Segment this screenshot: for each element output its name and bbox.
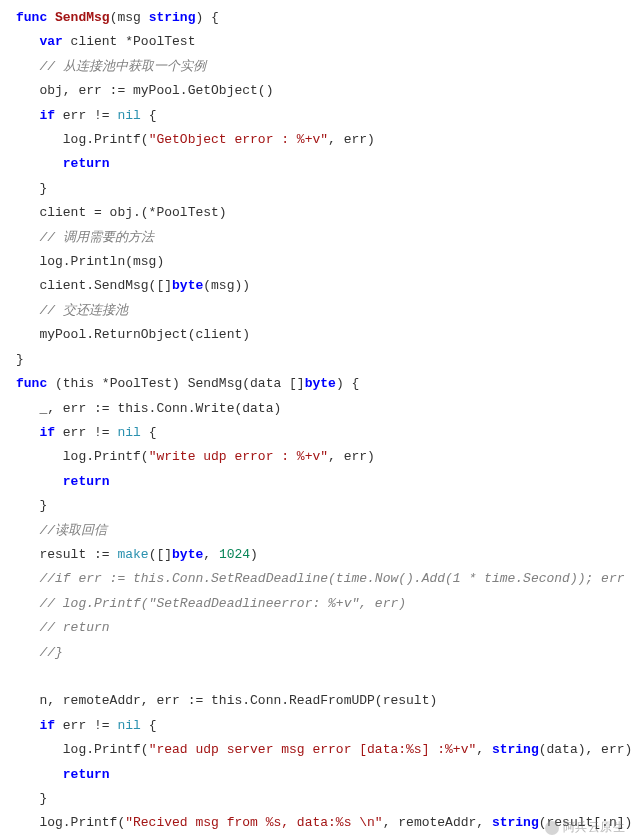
code-token: } — [16, 352, 24, 367]
code-token: (msg — [110, 10, 149, 25]
code-token: ) { — [195, 10, 218, 25]
code-line: client = obj.(*PoolTest) — [16, 205, 227, 220]
code-token — [16, 230, 39, 245]
code-token: return — [63, 767, 110, 782]
code-token: func — [16, 376, 47, 391]
code-token: string — [492, 742, 539, 757]
code-token: myPool.ReturnObject(client) — [16, 327, 250, 342]
code-token — [16, 303, 39, 318]
code-token: make — [117, 547, 148, 562]
code-token: (data), err) — [539, 742, 633, 757]
code-token: //} — [39, 645, 62, 660]
code-line: } — [16, 791, 47, 806]
code-token: , remoteAddr, — [383, 815, 492, 830]
code-token: } — [16, 791, 47, 806]
code-token: nil — [117, 108, 140, 123]
code-line: if err != nil { — [16, 108, 156, 123]
code-token: func — [16, 10, 55, 25]
code-token: log.Printf( — [16, 132, 149, 147]
code-token — [16, 669, 24, 684]
code-token: ([] — [149, 547, 172, 562]
watermark: 阿兵云原生 — [545, 819, 626, 836]
code-token: return — [63, 156, 110, 171]
code-line: return — [16, 767, 110, 782]
code-token: { — [141, 108, 157, 123]
code-token: byte — [172, 547, 203, 562]
code-token: // 交还连接池 — [39, 303, 127, 318]
code-token: // 从连接池中获取一个实例 — [39, 59, 205, 74]
code-line: log.Printf("read udp server msg error [d… — [16, 742, 632, 757]
code-token — [16, 767, 63, 782]
code-token: var — [39, 34, 62, 49]
code-token: "write udp error : %+v" — [149, 449, 328, 464]
code-token: _, err := this.Conn.Write(data) — [16, 401, 281, 416]
code-line: if err != nil { — [16, 425, 156, 440]
code-token: "read udp server msg error [data:%s] :%+… — [149, 742, 477, 757]
code-line: // log.Printf("SetReadDeadlineerror: %+v… — [16, 596, 406, 611]
code-line: //if err := this.Conn.SetReadDeadline(ti… — [16, 571, 633, 586]
code-token — [16, 425, 39, 440]
code-token: if — [39, 718, 55, 733]
code-token: // 调用需要的方法 — [39, 230, 153, 245]
code-token: , — [203, 547, 219, 562]
code-token — [16, 34, 39, 49]
code-token: log.Println(msg) — [16, 254, 164, 269]
code-token: string — [492, 815, 539, 830]
code-line: log.Printf("GetObject error : %+v", err) — [16, 132, 375, 147]
code-line: func SendMsg(msg string) { — [16, 10, 219, 25]
code-token: err != — [55, 108, 117, 123]
code-token: err != — [55, 425, 117, 440]
code-token: if — [39, 108, 55, 123]
code-token: //读取回信 — [39, 523, 107, 538]
watermark-text: 阿兵云原生 — [563, 820, 626, 834]
code-block: func SendMsg(msg string) { var client *P… — [0, 0, 633, 836]
code-token — [16, 596, 39, 611]
code-token — [16, 108, 39, 123]
code-line: // 从连接池中获取一个实例 — [16, 59, 206, 74]
code-token — [16, 645, 39, 660]
code-token: log.Printf( — [16, 815, 125, 830]
code-token: if — [39, 425, 55, 440]
code-line: //} — [16, 645, 63, 660]
code-token — [16, 571, 39, 586]
code-line: var client *PoolTest — [16, 34, 195, 49]
code-line: n, remoteAddr, err := this.Conn.ReadFrom… — [16, 693, 437, 708]
code-line: result := make([]byte, 1024) — [16, 547, 258, 562]
code-line: } — [16, 181, 47, 196]
code-token: err != — [55, 718, 117, 733]
code-line: //读取回信 — [16, 523, 107, 538]
code-line: log.Printf("write udp error : %+v", err) — [16, 449, 375, 464]
code-token: n, remoteAddr, err := this.Conn.ReadFrom… — [16, 693, 437, 708]
code-token — [16, 474, 63, 489]
code-token: 1024 — [219, 547, 250, 562]
code-line: // return — [16, 620, 110, 635]
code-line: } — [16, 498, 47, 513]
code-line: func (this *PoolTest) SendMsg(data []byt… — [16, 376, 359, 391]
code-line — [16, 669, 24, 684]
code-token: // log.Printf("SetReadDeadlineerror: %+v… — [39, 596, 406, 611]
code-token: nil — [117, 425, 140, 440]
code-token: nil — [117, 718, 140, 733]
code-token: "Recived msg from %s, data:%s \n" — [125, 815, 382, 830]
code-token: //if err := this.Conn.SetReadDeadline(ti… — [39, 571, 633, 586]
code-token: { — [141, 425, 157, 440]
code-token: obj, err := myPool.GetObject() — [16, 83, 273, 98]
code-line: client.SendMsg([]byte(msg)) — [16, 278, 250, 293]
code-token: , err) — [328, 449, 375, 464]
code-line: // 交还连接池 — [16, 303, 128, 318]
code-line: log.Println(msg) — [16, 254, 164, 269]
code-line: obj, err := myPool.GetObject() — [16, 83, 273, 98]
wechat-logo-icon — [545, 821, 559, 835]
code-token: log.Printf( — [16, 449, 149, 464]
code-line: return — [16, 156, 110, 171]
code-token: } — [16, 181, 47, 196]
code-token: client.SendMsg([] — [16, 278, 172, 293]
code-token — [16, 718, 39, 733]
code-token: SendMsg — [55, 10, 110, 25]
code-line: if err != nil { — [16, 718, 156, 733]
code-token: , err) — [328, 132, 375, 147]
code-line: log.Printf("Recived msg from %s, data:%s… — [16, 815, 633, 830]
code-token: { — [141, 718, 157, 733]
code-token: , — [476, 742, 492, 757]
code-token: byte — [172, 278, 203, 293]
